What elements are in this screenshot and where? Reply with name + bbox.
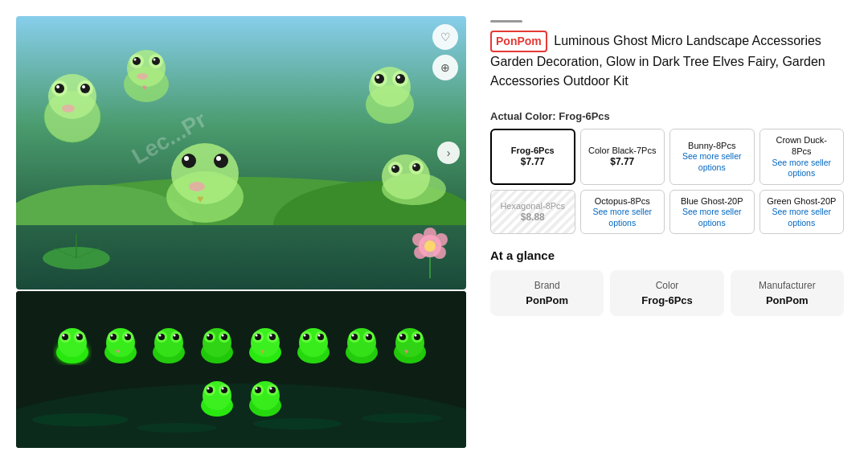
color-option-black7[interactable]: Color Black-7Pcs$7.77 bbox=[580, 129, 665, 185]
svg-point-20 bbox=[137, 73, 148, 80]
svg-point-28 bbox=[376, 76, 379, 79]
glow-frog-container: ♥ ♥ ♥ bbox=[16, 307, 466, 433]
svg-text:♥: ♥ bbox=[404, 347, 408, 355]
frog-figure-2: ♥ bbox=[121, 40, 173, 108]
actual-color-text: Actual Color: bbox=[490, 110, 556, 122]
color-option-name: Octopus-8Pcs bbox=[595, 195, 650, 207]
next-image-arrow[interactable]: › bbox=[437, 142, 460, 164]
svg-point-123 bbox=[366, 334, 369, 336]
color-option-green20[interactable]: Green Ghost-20PSee more seller options bbox=[760, 190, 845, 235]
svg-point-139 bbox=[207, 387, 210, 389]
wishlist-button[interactable]: ♡ bbox=[432, 24, 458, 50]
frog-figure-3 bbox=[362, 56, 418, 128]
color-option-price: $8.88 bbox=[521, 211, 545, 224]
svg-point-46 bbox=[393, 166, 395, 169]
color-option-name: Blue Ghost-20P bbox=[681, 195, 743, 207]
svg-point-98 bbox=[222, 334, 224, 336]
svg-point-73 bbox=[77, 334, 80, 336]
color-options-grid: Frog-6Pcs$7.77Color Black-7Pcs$7.77Bunny… bbox=[490, 129, 844, 234]
svg-point-122 bbox=[352, 334, 354, 336]
svg-point-57 bbox=[412, 233, 425, 246]
glow-frog: ♥ bbox=[391, 322, 429, 365]
glow-frog bbox=[149, 322, 188, 365]
title-area: PonPom Luminous Ghost Micro Landscape Ac… bbox=[490, 20, 844, 102]
svg-point-10 bbox=[82, 85, 85, 88]
color-option-bunny8[interactable]: Bunny-8PcsSee more seller options bbox=[669, 129, 755, 185]
brand-badge: PonPom bbox=[490, 31, 547, 52]
color-option-crown8[interactable]: Crown Duck-8PcsSee more seller options bbox=[760, 129, 845, 185]
color-option-see-more: See more seller options bbox=[677, 207, 747, 228]
product-title: PonPom Luminous Ghost Micro Landscape Ac… bbox=[490, 31, 844, 91]
svg-point-8 bbox=[80, 84, 90, 93]
page-container: ♥ bbox=[0, 0, 868, 464]
color-option-name: Frog-6Pcs bbox=[511, 145, 555, 156]
frog-figure-4: ♥ bbox=[161, 129, 249, 228]
svg-point-16 bbox=[133, 57, 141, 65]
color-option-name: Hexagonal-8Pcs bbox=[500, 200, 565, 211]
at-glance-card-manufacturer: ManufacturerPonPom bbox=[731, 270, 844, 316]
svg-point-29 bbox=[397, 76, 400, 79]
svg-text:♥: ♥ bbox=[142, 83, 147, 92]
svg-point-140 bbox=[222, 387, 224, 389]
svg-point-34 bbox=[182, 154, 196, 168]
svg-point-38 bbox=[189, 182, 205, 191]
glow-frog: ♥ bbox=[101, 322, 140, 365]
svg-point-97 bbox=[207, 334, 210, 336]
color-option-name: Crown Duck-8Pcs bbox=[767, 134, 837, 158]
svg-point-31 bbox=[171, 143, 239, 204]
glow-frog bbox=[246, 375, 285, 418]
color-option-oct8[interactable]: Octopus-8PcsSee more seller options bbox=[580, 190, 665, 235]
svg-point-106 bbox=[270, 334, 272, 336]
color-option-frog6[interactable]: Frog-6Pcs$7.77 bbox=[490, 129, 575, 185]
at-glance-title: At a glance bbox=[490, 248, 844, 262]
color-option-price: $7.77 bbox=[521, 156, 545, 169]
zoom-button[interactable]: ⊕ bbox=[432, 55, 458, 80]
svg-point-11 bbox=[62, 105, 75, 113]
at-glance-grid: BrandPonPomColorFrog-6PcsManufacturerPon… bbox=[490, 270, 844, 316]
svg-point-18 bbox=[134, 59, 137, 61]
at-glance-card-value: PonPom bbox=[739, 294, 836, 306]
svg-point-27 bbox=[395, 74, 405, 84]
svg-point-81 bbox=[125, 334, 128, 336]
top-line bbox=[490, 20, 522, 23]
color-option-price: $7.77 bbox=[610, 156, 634, 169]
svg-point-58 bbox=[424, 240, 436, 252]
glow-frog bbox=[294, 322, 333, 365]
svg-point-35 bbox=[214, 154, 228, 168]
at-glance-card-value: Frog-6Pcs bbox=[618, 294, 715, 306]
actual-color-label: Actual Color: Frog-6Pcs bbox=[490, 110, 844, 122]
svg-point-7 bbox=[55, 84, 64, 93]
svg-point-80 bbox=[111, 334, 113, 336]
svg-point-72 bbox=[63, 334, 65, 336]
svg-point-53 bbox=[424, 228, 436, 240]
color-option-see-more: See more seller options bbox=[677, 151, 747, 173]
svg-point-17 bbox=[152, 57, 160, 65]
main-product-image: ♥ bbox=[16, 16, 466, 289]
actual-color-value: Frog-6Pcs bbox=[559, 110, 610, 122]
secondary-product-image: ♥ ♥ ♥ bbox=[16, 291, 466, 448]
svg-point-19 bbox=[154, 59, 156, 61]
svg-point-115 bbox=[318, 334, 321, 336]
flowers bbox=[406, 222, 454, 281]
svg-point-37 bbox=[216, 156, 221, 161]
glow-frog bbox=[53, 322, 92, 365]
color-option-blue20[interactable]: Blue Ghost-20PSee more seller options bbox=[669, 190, 755, 235]
color-option-name: Green Ghost-20P bbox=[767, 195, 836, 207]
frog-figure-1 bbox=[40, 64, 104, 148]
at-glance-card-label: Manufacturer bbox=[739, 280, 836, 291]
at-glance-card-label: Brand bbox=[498, 280, 596, 291]
color-option-hex8[interactable]: Hexagonal-8Pcs$8.88 bbox=[490, 190, 575, 235]
svg-text:♥: ♥ bbox=[197, 192, 203, 205]
at-glance-section: At a glance BrandPonPomColorFrog-6PcsMan… bbox=[490, 248, 844, 316]
svg-point-26 bbox=[375, 74, 384, 84]
at-glance-card-value: PonPom bbox=[498, 294, 596, 306]
color-option-name: Bunny-8Pcs bbox=[688, 140, 735, 151]
product-info-section: PonPom Luminous Ghost Micro Landscape Ac… bbox=[482, 16, 852, 448]
svg-point-114 bbox=[304, 334, 306, 336]
image-section: ♥ bbox=[16, 16, 466, 448]
svg-point-47 bbox=[414, 165, 416, 167]
color-option-see-more: See more seller options bbox=[588, 207, 658, 228]
at-glance-card-brand: BrandPonPom bbox=[490, 270, 604, 316]
color-option-name: Color Black-7Pcs bbox=[588, 145, 656, 156]
svg-text:♥: ♥ bbox=[260, 347, 264, 355]
